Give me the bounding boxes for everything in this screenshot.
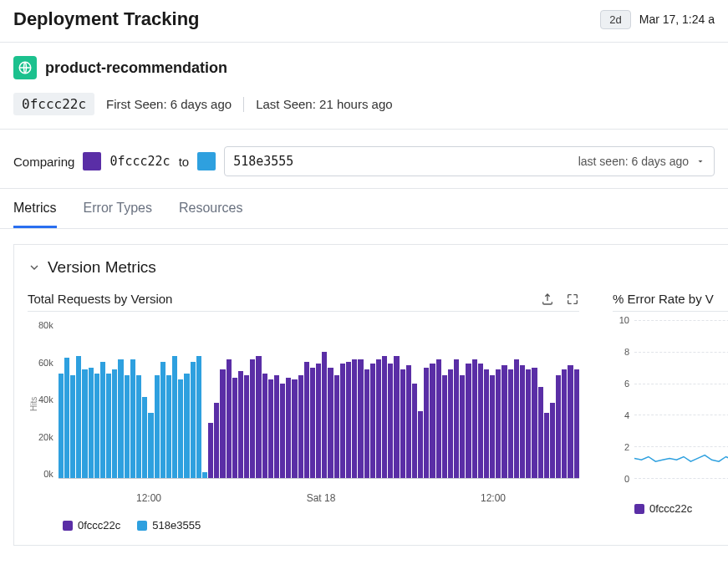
yaxis-ticks: 10 8 6 4 2 0 bbox=[613, 320, 629, 479]
chart-error-rate: % Error Rate by V 10 8 6 4 2 0 0fccc22c bbox=[613, 292, 728, 532]
time-range-button[interactable]: 2d bbox=[600, 10, 630, 29]
tab-error-types[interactable]: Error Types bbox=[84, 189, 152, 228]
expand-icon[interactable] bbox=[566, 293, 579, 306]
time-display[interactable]: Mar 17, 1:24 a bbox=[639, 13, 715, 26]
section-title: Version Metrics bbox=[48, 258, 156, 277]
legend-swatch bbox=[63, 521, 73, 531]
compare-from-hash: 0fccc22c bbox=[109, 154, 170, 169]
separator bbox=[243, 97, 244, 112]
legend-item[interactable]: 0fccc22c bbox=[63, 519, 120, 532]
export-icon[interactable] bbox=[541, 293, 554, 306]
compare-to-select[interactable]: 518e3555 last seen: 6 days ago bbox=[224, 146, 715, 176]
compare-to-meta: last seen: 6 days ago bbox=[578, 155, 689, 168]
chevron-down-icon bbox=[28, 261, 41, 274]
chart-title: % Error Rate by V bbox=[613, 292, 714, 306]
compare-to-label: to bbox=[179, 155, 190, 169]
chart-title: Total Requests by Version bbox=[28, 292, 172, 306]
legend-swatch bbox=[137, 521, 147, 531]
xaxis-ticks: 12:00 Sat 18 12:00 bbox=[63, 492, 579, 504]
bar-plot bbox=[59, 320, 579, 479]
first-seen-text: First Seen: 6 days ago bbox=[106, 97, 232, 111]
tabs: Metrics Error Types Resources bbox=[0, 189, 728, 229]
legend-item[interactable]: 518e3555 bbox=[137, 519, 201, 532]
comparing-label: Comparing bbox=[13, 155, 74, 169]
legend-item[interactable]: 0fccc22c bbox=[634, 502, 692, 515]
section-header[interactable]: Version Metrics bbox=[28, 258, 715, 277]
compare-to-swatch bbox=[197, 152, 216, 170]
tab-metrics[interactable]: Metrics bbox=[13, 189, 57, 228]
yaxis-ticks: 80k 60k 40k 20k 0k bbox=[38, 320, 59, 479]
primary-version-hash[interactable]: 0fccc22c bbox=[13, 93, 94, 115]
chart-legend: 0fccc22c bbox=[634, 502, 728, 515]
chart-legend: 0fccc22c 518e3555 bbox=[63, 519, 579, 532]
service-name: product-recommendation bbox=[45, 59, 227, 77]
time-controls: 2d Mar 17, 1:24 a bbox=[600, 10, 715, 29]
chart-total-requests: Total Requests by Version Hits 80k 60k 4… bbox=[28, 292, 579, 532]
page-title: Deployment Tracking bbox=[13, 8, 200, 30]
chevron-down-icon bbox=[695, 156, 705, 166]
compare-to-hash: 518e3555 bbox=[233, 154, 293, 169]
tab-resources[interactable]: Resources bbox=[179, 189, 242, 228]
globe-icon bbox=[13, 56, 37, 79]
legend-swatch bbox=[634, 504, 644, 514]
compare-from-swatch bbox=[83, 152, 101, 170]
last-seen-text: Last Seen: 21 hours ago bbox=[256, 97, 392, 111]
line-plot bbox=[634, 322, 728, 481]
yaxis-label: Hits bbox=[28, 320, 38, 487]
